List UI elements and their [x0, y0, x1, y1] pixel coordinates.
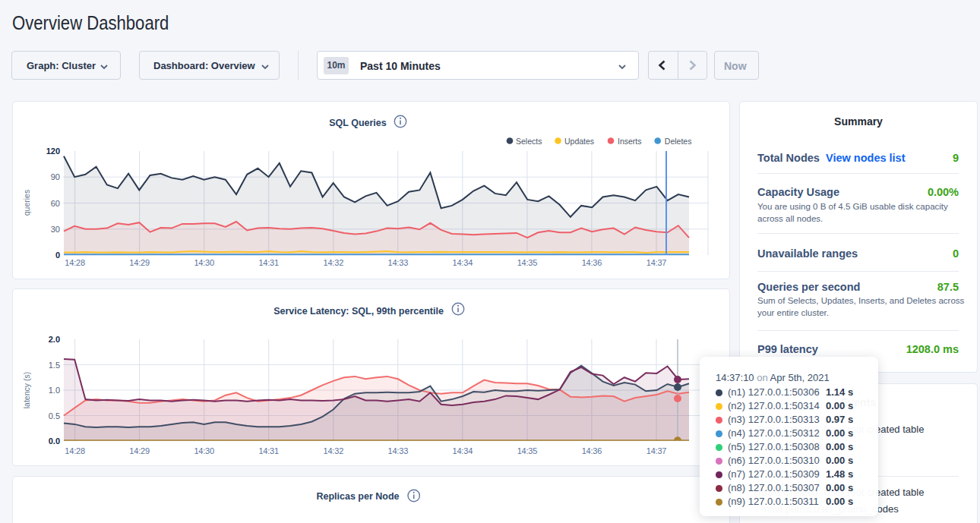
svg-text:14:32: 14:32 — [324, 446, 344, 455]
svg-text:14:33: 14:33 — [388, 258, 409, 267]
svg-text:14:32: 14:32 — [324, 258, 344, 267]
svg-text:60: 60 — [51, 199, 60, 208]
svg-text:Inserts: Inserts — [618, 137, 642, 146]
svg-text:Service Latency: SQL, 99th per: Service Latency: SQL, 99th percentile — [273, 306, 444, 317]
svg-text:120: 120 — [46, 147, 60, 156]
svg-text:Updates: Updates — [564, 137, 594, 146]
svg-text:Deletes: Deletes — [665, 137, 692, 146]
svg-text:30: 30 — [51, 225, 60, 234]
svg-text:Replicas per Node: Replicas per Node — [316, 491, 399, 502]
svg-text:14:37: 14:37 — [646, 258, 667, 267]
svg-text:14:34: 14:34 — [453, 258, 473, 267]
svg-text:14:35: 14:35 — [517, 446, 538, 455]
svg-text:14:31: 14:31 — [258, 258, 279, 267]
svg-text:14:28: 14:28 — [65, 258, 85, 267]
svg-text:0.5: 0.5 — [49, 411, 60, 421]
svg-text:14:33: 14:33 — [388, 446, 409, 455]
svg-text:14:36: 14:36 — [582, 446, 602, 455]
svg-text:14:29: 14:29 — [129, 258, 150, 267]
svg-text:14:34: 14:34 — [453, 446, 473, 455]
svg-text:latency (s): latency (s) — [22, 372, 31, 408]
svg-text:14:36: 14:36 — [582, 258, 602, 267]
svg-text:Selects: Selects — [516, 137, 542, 146]
svg-text:1.0: 1.0 — [49, 386, 60, 395]
svg-text:14:37: 14:37 — [646, 446, 667, 455]
svg-text:14:30: 14:30 — [194, 446, 214, 455]
svg-text:1.5: 1.5 — [49, 361, 60, 370]
svg-text:SQL Queries: SQL Queries — [329, 118, 387, 128]
svg-text:14:31: 14:31 — [258, 446, 279, 455]
svg-text:14:28: 14:28 — [65, 446, 85, 455]
svg-text:queries: queries — [22, 190, 31, 216]
svg-text:14:35: 14:35 — [517, 258, 538, 267]
svg-text:2.0: 2.0 — [49, 335, 60, 344]
svg-text:0: 0 — [55, 250, 60, 260]
svg-text:0.0: 0.0 — [49, 436, 60, 446]
svg-text:90: 90 — [51, 172, 60, 181]
svg-text:14:29: 14:29 — [129, 446, 150, 455]
svg-text:14:30: 14:30 — [194, 258, 214, 267]
